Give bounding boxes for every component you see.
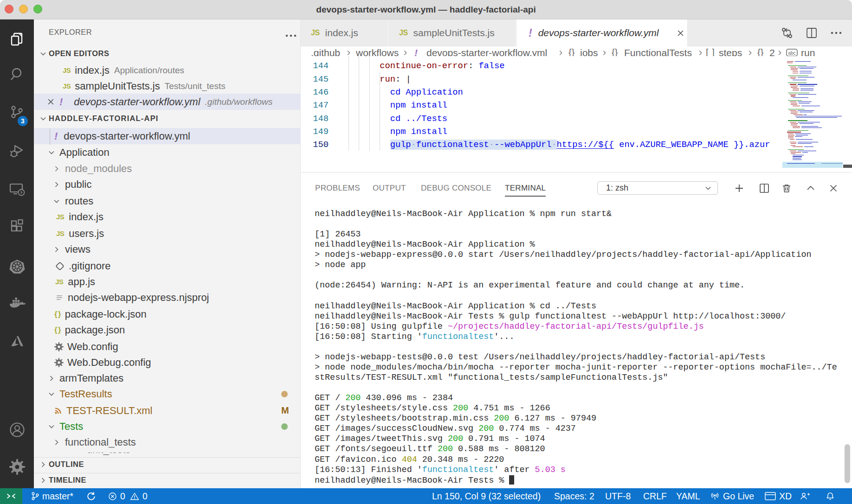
- svg-text:abc: abc: [788, 51, 795, 56]
